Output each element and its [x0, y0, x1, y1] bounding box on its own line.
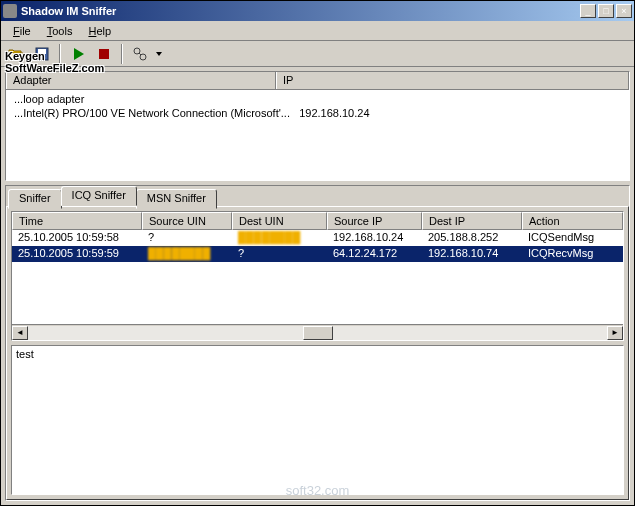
adapter-header: Adapter IP: [6, 72, 629, 90]
adapter-list[interactable]: ...loop adapter ...Intel(R) PRO/100 VE N…: [6, 90, 629, 180]
save-icon: [34, 46, 50, 62]
titlebar[interactable]: Shadow IM Sniffer _ □ ×: [1, 1, 634, 21]
menu-help[interactable]: Help: [80, 23, 119, 39]
svg-rect-3: [99, 49, 109, 59]
adapter-row[interactable]: ...Intel(R) PRO/100 VE Network Connectio…: [8, 106, 627, 120]
app-icon: [3, 4, 17, 18]
col-action[interactable]: Action: [522, 212, 623, 230]
col-time[interactable]: Time: [12, 212, 142, 230]
content-area: Adapter IP ...loop adapter ...Intel(R) P…: [1, 67, 634, 505]
col-source-ip[interactable]: Source IP: [327, 212, 422, 230]
grid-header: Time Source UIN Dest UIN Source IP Dest …: [12, 212, 623, 230]
maximize-button[interactable]: □: [598, 4, 614, 18]
svg-line-6: [139, 53, 141, 55]
minimize-button[interactable]: _: [580, 4, 596, 18]
folder-open-icon: [8, 46, 24, 62]
save-button[interactable]: [31, 43, 53, 65]
chevron-down-icon: [156, 52, 162, 56]
main-window: Shadow IM Sniffer _ □ × File Tools Help: [0, 0, 635, 506]
scroll-thumb[interactable]: [303, 326, 333, 340]
tab-strip: Sniffer ICQ Sniffer MSN Sniffer: [6, 187, 629, 207]
packet-grid: Time Source UIN Dest UIN Source IP Dest …: [11, 211, 624, 341]
tab-msn-sniffer[interactable]: MSN Sniffer: [136, 189, 217, 209]
menu-file[interactable]: File: [5, 23, 39, 39]
toolbar: [1, 41, 634, 67]
filter-dropdown[interactable]: [155, 52, 163, 56]
svg-rect-2: [39, 56, 45, 60]
col-adapter[interactable]: Adapter: [6, 72, 276, 89]
filter-icon: [132, 46, 148, 62]
play-icon: [70, 46, 86, 62]
stop-button[interactable]: [93, 43, 115, 65]
col-dest-uin[interactable]: Dest UIN: [232, 212, 327, 230]
menu-tools[interactable]: Tools: [39, 23, 81, 39]
tab-sniffer[interactable]: Sniffer: [8, 189, 62, 209]
scroll-right-button[interactable]: ►: [607, 326, 623, 340]
window-title: Shadow IM Sniffer: [21, 5, 580, 17]
detail-textarea[interactable]: test: [11, 345, 624, 495]
col-source-uin[interactable]: Source UIN: [142, 212, 232, 230]
col-dest-ip[interactable]: Dest IP: [422, 212, 522, 230]
toolbar-separator: [121, 44, 123, 64]
open-button[interactable]: [5, 43, 27, 65]
filter-button[interactable]: [129, 43, 151, 65]
close-button[interactable]: ×: [616, 4, 632, 18]
tab-content: Time Source UIN Dest UIN Source IP Dest …: [6, 206, 629, 500]
table-row[interactable]: 25.10.2005 10:59:58 ? ████████ 192.168.1…: [12, 230, 623, 246]
menubar: File Tools Help: [1, 21, 634, 41]
start-button[interactable]: [67, 43, 89, 65]
tabs-container: Sniffer ICQ Sniffer MSN Sniffer Time Sou…: [5, 185, 630, 501]
table-row[interactable]: 25.10.2005 10:59:59 ████████ ? 64.12.24.…: [12, 246, 623, 262]
tab-icq-sniffer[interactable]: ICQ Sniffer: [61, 186, 137, 206]
col-ip[interactable]: IP: [276, 72, 629, 89]
adapter-panel: Adapter IP ...loop adapter ...Intel(R) P…: [5, 71, 630, 181]
scroll-track[interactable]: [28, 326, 607, 340]
grid-body[interactable]: 25.10.2005 10:59:58 ? ████████ 192.168.1…: [12, 230, 623, 324]
adapter-row[interactable]: ...loop adapter: [8, 92, 627, 106]
horizontal-scrollbar[interactable]: ◄ ►: [12, 324, 623, 340]
scroll-left-button[interactable]: ◄: [12, 326, 28, 340]
stop-icon: [96, 46, 112, 62]
svg-rect-1: [38, 49, 46, 54]
toolbar-separator: [59, 44, 61, 64]
